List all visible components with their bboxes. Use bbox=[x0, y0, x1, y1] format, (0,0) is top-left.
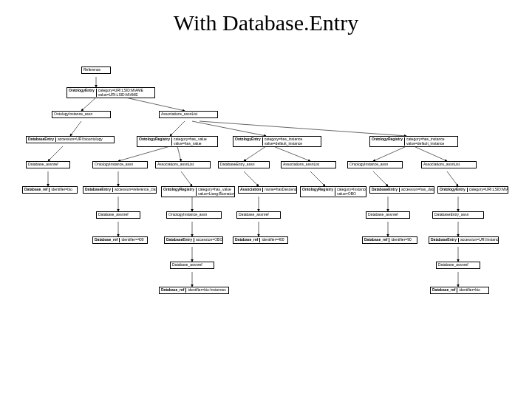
node-value: identifier=400 bbox=[120, 238, 146, 242]
node-ontology-instance-assn-3: OntologyInstance_assn bbox=[347, 161, 403, 168]
node-value: accession=OBO bbox=[194, 238, 222, 242]
node-value: accession=has_database bbox=[400, 188, 434, 192]
svg-line-18 bbox=[310, 171, 325, 186]
node-label: OntologyRegistry bbox=[372, 137, 405, 146]
svg-line-4 bbox=[170, 121, 185, 136]
svg-line-11 bbox=[273, 146, 310, 161]
node-value: accession=URI:bioontology bbox=[56, 137, 112, 142]
node-ontology-instance-assn-2: OntologyInstance_assn bbox=[92, 161, 148, 168]
svg-line-10 bbox=[244, 146, 266, 161]
node-database-entry-refclass: DatabaseEntry accession=reference_class bbox=[83, 186, 157, 194]
node-ontology-registry-default: OntologyRegistry category=has_instance v… bbox=[369, 136, 458, 147]
node-label: Database_ref bbox=[95, 238, 120, 242]
node-database-ref-400a: Database_ref identifier=400 bbox=[92, 236, 148, 244]
node-ontology-registry-hasvalue: OntologyRegistry category=has_value valu… bbox=[137, 136, 218, 147]
node-database-ref-bio2: Database_ref identifier=bio bbox=[430, 287, 489, 294]
svg-line-13 bbox=[414, 146, 447, 161]
node-database-entry-hasdatabase: DatabaseEntry accession=has_database bbox=[369, 186, 434, 194]
svg-line-7 bbox=[48, 146, 63, 161]
node-database-ref-bio: Database_ref identifier=bio bbox=[22, 186, 78, 194]
svg-line-3 bbox=[70, 121, 81, 136]
node-value: category=URI:LSID:MIAME:biokeyOnt:URI:LS… bbox=[468, 188, 508, 192]
svg-line-1 bbox=[81, 98, 96, 111]
node-database-ref-bioinstances: Database_ref identifier=bio:Instances bbox=[159, 287, 229, 294]
node-database-entry-uriinstance: DatabaseEntry accession=URI:Instance bbox=[429, 236, 499, 244]
diagram-canvas: Reference OntologyEntry category=URI:LSI… bbox=[22, 66, 510, 377]
node-value: category=Instance_or value=OBO bbox=[335, 188, 366, 196]
node-ontology-instance-assn-4: OntologyInstance_assn bbox=[166, 211, 222, 219]
node-ontology-registry-liang: OntologyRegistry category=has_value valu… bbox=[161, 186, 235, 197]
node-label: DatabaseEntry bbox=[85, 188, 113, 192]
node-label: OntologyRegistry bbox=[139, 137, 172, 146]
node-label: Database_ref bbox=[161, 288, 186, 293]
svg-line-9 bbox=[177, 146, 181, 161]
node-value: category=URI:LSID:MIAME value=URI:LSID:M… bbox=[97, 89, 153, 97]
node-association-hasdescendant: Association name=hasDescendant bbox=[238, 186, 297, 194]
node-label: OntologyEntry bbox=[440, 188, 468, 192]
node-ontology-instance-assn-1: OntologyInstance_assn bbox=[52, 111, 111, 118]
node-value: identifier=90 bbox=[389, 238, 415, 242]
node-associations-assnlist-3: Associations_assnList bbox=[281, 161, 336, 168]
node-value: identifier=bio:Instances bbox=[186, 288, 227, 293]
node-label: Database_ref bbox=[24, 188, 50, 192]
node-value: identifier=400 bbox=[260, 238, 286, 242]
node-associations-assnlist-1: Associations_assnList bbox=[159, 111, 218, 118]
node-label: OntologyEntry bbox=[69, 89, 97, 97]
node-ontology-entry-instances: OntologyEntry category=URI:LSID:MIAME:bi… bbox=[437, 186, 508, 194]
svg-line-12 bbox=[373, 146, 406, 161]
node-value: category=has_value value=has_value bbox=[172, 137, 216, 146]
node-database-entry-bioontology: DatabaseEntry accession=URI:bioontology bbox=[26, 136, 115, 143]
svg-line-2 bbox=[126, 98, 185, 111]
node-label: Database_ref bbox=[235, 238, 260, 242]
node-label: DatabaseEntry bbox=[431, 238, 459, 242]
node-label: Database_ref bbox=[364, 238, 389, 242]
node-database-assnref-1: Database_assnref bbox=[26, 161, 70, 168]
node-value: accession=URI:Instance bbox=[459, 238, 499, 242]
svg-line-19 bbox=[373, 171, 388, 186]
node-value: category=has_instance value=default_inst… bbox=[405, 137, 456, 146]
node-database-ref-400b: Database_ref identifier=400 bbox=[233, 236, 288, 244]
svg-line-20 bbox=[447, 171, 458, 186]
node-value: category=has_instance value=default_inst… bbox=[263, 137, 319, 146]
node-database-entry-assn-2: DatabaseEntry_assn bbox=[432, 211, 484, 219]
node-database-assnref-3: Database_assnref bbox=[236, 211, 281, 219]
node-ontology-entry-hasinstance: OntologyEntry category=has_instance valu… bbox=[233, 136, 321, 147]
node-label: DatabaseEntry bbox=[166, 238, 194, 242]
node-value: name=hasDescendant bbox=[263, 188, 297, 192]
node-value: accession=reference_class bbox=[113, 188, 157, 192]
node-label: DatabaseEntry bbox=[372, 188, 400, 192]
node-database-assnref-5: Database_assnref bbox=[170, 262, 214, 269]
node-value: identifier=bio bbox=[457, 288, 487, 293]
node-label: Association bbox=[240, 188, 263, 192]
node-database-assnref-2: Database_assnref bbox=[96, 211, 140, 219]
svg-line-8 bbox=[118, 146, 170, 161]
node-label: OntologyRegistry bbox=[302, 188, 335, 196]
node-database-assnref-4: Database_assnref bbox=[366, 211, 410, 219]
node-ontology-entry-root: OntologyEntry category=URI:LSID:MIAME va… bbox=[66, 87, 155, 98]
node-associations-assnlist-4: Associations_assnList bbox=[421, 161, 477, 168]
node-database-assnref-6: Database_assnref bbox=[436, 262, 480, 269]
svg-line-5 bbox=[192, 121, 266, 136]
node-label: OntologyEntry bbox=[235, 137, 263, 146]
node-database-entry-obo: DatabaseEntry accession=OBO bbox=[164, 236, 223, 244]
node-value: category=has_value value=Liang:Biomatory… bbox=[197, 188, 235, 196]
svg-line-6 bbox=[200, 121, 406, 136]
node-database-entry-assn-1: DatabaseEntry_assn bbox=[218, 161, 270, 168]
page-title: With Database.Entry bbox=[0, 10, 532, 35]
node-label: DatabaseEntry bbox=[28, 137, 56, 142]
node-label: OntologyRegistry bbox=[163, 188, 197, 196]
svg-line-17 bbox=[244, 171, 259, 186]
node-label: Database_ref bbox=[432, 288, 457, 293]
node-reference: Reference bbox=[81, 66, 111, 74]
node-database-ref-90: Database_ref identifier=90 bbox=[362, 236, 417, 244]
node-value: identifier=bio bbox=[50, 188, 75, 192]
node-ontology-registry-obo: OntologyRegistry category=Instance_or va… bbox=[300, 186, 366, 197]
svg-line-16 bbox=[181, 171, 192, 186]
node-associations-assnlist-2: Associations_assnList bbox=[155, 161, 211, 168]
